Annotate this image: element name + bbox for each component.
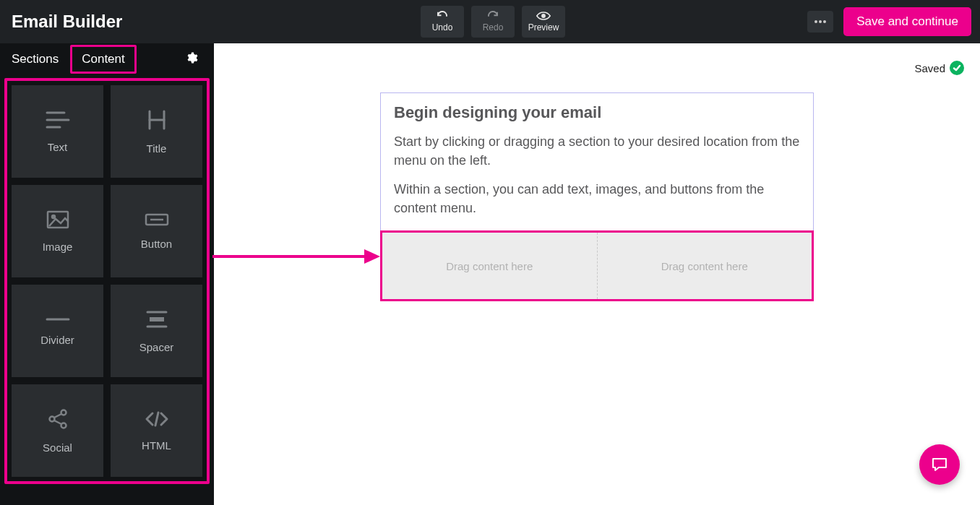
settings-button[interactable] bbox=[185, 51, 207, 67]
svg-point-18 bbox=[61, 410, 66, 415]
saved-indicator: Saved bbox=[914, 61, 964, 75]
intro-p2: Within a section, you can add text, imag… bbox=[394, 180, 800, 217]
intro-heading: Begin designing your email bbox=[394, 103, 800, 122]
svg-point-11 bbox=[52, 215, 55, 218]
sidebar-tabs: Sections Content bbox=[0, 43, 214, 75]
dropzone-left[interactable]: Drag content here bbox=[382, 233, 597, 299]
tile-label: Social bbox=[43, 441, 72, 454]
help-fab[interactable] bbox=[919, 444, 960, 485]
redo-button[interactable]: Redo bbox=[471, 6, 515, 38]
intro-p1: Start by clicking or dragging a section … bbox=[394, 132, 800, 170]
spacer-icon bbox=[145, 309, 169, 329]
top-bar: Email Builder Undo Redo Preview Save and… bbox=[0, 0, 980, 43]
tile-text[interactable]: Text bbox=[12, 85, 103, 178]
tile-html[interactable]: HTML bbox=[111, 384, 202, 477]
heading-icon bbox=[146, 109, 168, 131]
check-icon bbox=[950, 61, 964, 75]
svg-line-23 bbox=[155, 413, 158, 426]
tile-label: Title bbox=[147, 142, 167, 155]
toolbar-right: Save and continue bbox=[807, 7, 971, 36]
tile-label: Divider bbox=[40, 334, 74, 346]
redo-label: Redo bbox=[483, 22, 504, 33]
svg-point-1 bbox=[814, 20, 817, 23]
svg-rect-16 bbox=[150, 317, 164, 321]
svg-point-19 bbox=[49, 416, 54, 421]
tile-title[interactable]: Title bbox=[111, 85, 202, 178]
preview-button[interactable]: Preview bbox=[522, 6, 565, 38]
divider-icon bbox=[46, 316, 70, 322]
share-icon bbox=[47, 408, 69, 430]
eye-icon bbox=[536, 11, 551, 21]
save-continue-button[interactable]: Save and continue bbox=[843, 7, 971, 36]
tab-content[interactable]: Content bbox=[70, 45, 137, 74]
saved-label: Saved bbox=[914, 62, 945, 74]
tile-divider[interactable]: Divider bbox=[12, 285, 103, 377]
svg-line-21 bbox=[54, 414, 61, 418]
tile-label: Text bbox=[48, 141, 68, 153]
more-button[interactable] bbox=[807, 11, 833, 33]
undo-icon bbox=[436, 11, 449, 21]
tile-button[interactable]: Button bbox=[111, 185, 202, 277]
toolbar-center: Undo Redo Preview bbox=[421, 6, 565, 38]
tile-image[interactable]: Image bbox=[12, 185, 103, 277]
tile-label: HTML bbox=[142, 439, 171, 452]
preview-label: Preview bbox=[528, 22, 559, 33]
tile-label: Spacer bbox=[139, 341, 174, 353]
svg-point-0 bbox=[542, 14, 545, 17]
svg-point-2 bbox=[819, 20, 822, 23]
button-icon bbox=[145, 213, 169, 226]
tile-label: Image bbox=[43, 241, 73, 253]
content-panel-highlight: Text Title Image Button Divider bbox=[4, 78, 210, 484]
text-icon bbox=[46, 111, 70, 129]
app-title: Email Builder bbox=[12, 12, 122, 32]
gear-icon bbox=[185, 51, 198, 64]
canvas-area: Saved Begin designing your email Start b… bbox=[214, 43, 980, 505]
sidebar: Sections Content Text Title Image bbox=[0, 43, 214, 505]
redo-icon bbox=[486, 11, 499, 21]
undo-label: Undo bbox=[432, 22, 453, 33]
tile-social[interactable]: Social bbox=[12, 384, 103, 477]
code-icon bbox=[144, 410, 170, 428]
content-grid: Text Title Image Button Divider bbox=[12, 85, 202, 477]
tile-spacer[interactable]: Spacer bbox=[111, 285, 202, 377]
dropzone-right[interactable]: Drag content here bbox=[597, 233, 812, 299]
intro-panel: Begin designing your email Start by clic… bbox=[380, 92, 814, 231]
svg-point-3 bbox=[823, 20, 826, 23]
tile-label: Button bbox=[141, 238, 172, 250]
email-block: Begin designing your email Start by clic… bbox=[380, 92, 814, 301]
svg-line-22 bbox=[54, 420, 61, 424]
image-icon bbox=[46, 210, 69, 229]
tab-sections[interactable]: Sections bbox=[0, 45, 70, 74]
svg-point-20 bbox=[61, 423, 66, 428]
dropzone-row-highlight: Drag content here Drag content here bbox=[380, 230, 814, 301]
main-area: Sections Content Text Title Image bbox=[0, 43, 980, 505]
chat-icon bbox=[930, 455, 949, 474]
dots-icon bbox=[814, 20, 827, 24]
undo-button[interactable]: Undo bbox=[421, 6, 464, 38]
